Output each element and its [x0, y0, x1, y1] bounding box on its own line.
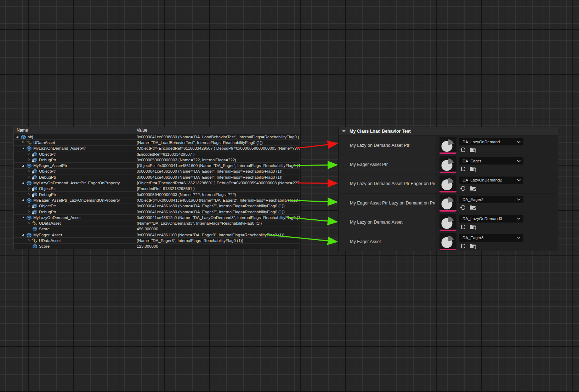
table-row[interactable]: MyEager_Asset 0x0000041ce4861100 (Name="… [14, 232, 300, 238]
use-selected-asset-icon[interactable] [460, 204, 466, 211]
watch-value[interactable]: {EncodedRef=6116033429507 } [134, 151, 300, 157]
expander-closed-icon[interactable] [22, 140, 25, 144]
watch-value[interactable]: 0x0000041ce4861600 (Name="DA_Eager", Int… [134, 169, 300, 174]
category-header[interactable]: My Class Load Behavior Test [339, 127, 558, 136]
table-row[interactable]: ObjectPtr 0x0000041ce4861600 (Name="DA_E… [14, 169, 300, 174]
expander-closed-icon[interactable] [27, 152, 31, 156]
use-selected-asset-icon[interactable] [460, 243, 466, 249]
table-row[interactable]: MyEager_AssetPtr_LazyOnDemandOnProperty … [14, 197, 300, 203]
watch-value[interactable]: {EncodedRef=6133213298691 } [134, 186, 300, 191]
expander-open-icon[interactable] [16, 135, 20, 139]
use-selected-asset-icon[interactable] [460, 224, 466, 230]
expander-open-icon[interactable] [22, 233, 25, 237]
use-selected-asset-icon[interactable] [460, 166, 466, 172]
watch-value[interactable]: {ObjectPtr={EncodedRef=6133213298691 } D… [134, 180, 300, 185]
watch-value[interactable]: {ObjectPtr=0x0000041ce4861a80 (Name="DA_… [134, 197, 300, 203]
expander-closed-icon[interactable] [27, 169, 31, 173]
asset-dropdown[interactable]: DA_Eager3 [459, 234, 523, 242]
field-icon [26, 198, 32, 203]
watch-value[interactable]: 0x0000041ce48612c0 (Name="DA_LazyOnDeman… [134, 215, 300, 220]
use-selected-asset-icon[interactable] [460, 185, 466, 191]
asset-thumbnail[interactable] [439, 233, 456, 250]
table-row[interactable]: DebugPtr 0x0000059000000003 (Name=???, I… [14, 157, 300, 163]
browse-to-asset-icon[interactable] [470, 185, 476, 191]
watch-value[interactable]: 456.000000 [134, 226, 300, 232]
browse-to-asset-icon[interactable] [470, 166, 476, 172]
field-icon [21, 134, 26, 140]
watch-value[interactable]: (Name="DA_LoadBehaviorTest", InternalFla… [134, 140, 300, 145]
watch-value[interactable]: 0x0000059400000003 (Name=???, InternalFl… [134, 192, 300, 197]
expander-closed-icon[interactable] [27, 221, 31, 225]
asset-thumbnail[interactable] [439, 214, 456, 231]
use-selected-asset-icon[interactable] [460, 147, 466, 153]
asset-thumbnail[interactable] [439, 137, 456, 154]
details-panel: My Class Load Behavior Test My Lazy on D… [338, 127, 558, 251]
table-row[interactable]: Score 123.000000 [14, 244, 300, 249]
property-label: My Eager Asset Ptr Lazy on Demand on Pro… [339, 194, 435, 212]
browse-to-asset-icon[interactable] [470, 204, 476, 211]
arrow-red-lazy-eager-on-property [297, 183, 336, 183]
expander-open-icon[interactable] [22, 181, 25, 185]
expander-closed-icon[interactable] [27, 175, 31, 179]
asset-dropdown[interactable]: DA_LazyOnDemand [459, 138, 523, 145]
expander-closed-icon[interactable] [27, 158, 31, 162]
expander-closed-icon[interactable] [27, 192, 31, 196]
table-row[interactable]: DebugPtr 0x0000041ce4861a80 (Name="DA_Ea… [14, 209, 300, 215]
watch-value[interactable]: 0x0000059000000003 (Name=???, InternalFl… [134, 157, 300, 162]
table-row[interactable]: UDataAsset (Name="DA_LazyOnDemand3", Int… [14, 220, 300, 226]
table-row[interactable]: UDataAsset (Name="DA_LoadBehaviorTest", … [14, 140, 300, 145]
watch-name: MyLazyOnDemand_AssetPtr_EagerOnProperty [33, 181, 120, 185]
table-row[interactable]: ObjectPtr 0x0000041ce4861a80 (Name="DA_E… [14, 203, 300, 209]
watch-value[interactable]: (Name="DA_Eager3", InternalFlags=Reachab… [134, 238, 300, 243]
table-row[interactable]: MyEager_AssetPtr {ObjectPtr=0x0000041ce4… [14, 163, 300, 168]
asset-thumbnail[interactable] [439, 195, 456, 212]
browse-to-asset-icon[interactable] [470, 243, 476, 249]
editor-viewport: { "watch": { "columns": { "name": "Name"… [0, 0, 579, 392]
table-row[interactable]: UDataAsset (Name="DA_Eager3", InternalFl… [14, 238, 300, 243]
watch-value[interactable]: 0x0000041ce4861100 (Name="DA_Eager3", In… [134, 232, 300, 237]
table-row[interactable]: ObjectPtr {EncodedRef=6116033429507 } [14, 151, 300, 157]
table-row[interactable]: MyLazyOnDemand_AssetPtr_EagerOnProperty … [14, 180, 300, 186]
lock-icon [32, 194, 35, 197]
expander-open-icon[interactable] [22, 164, 25, 168]
watch-value[interactable]: 0x0000041ce6998680 (Name="DA_LoadBehavio… [134, 134, 300, 139]
expander-open-icon[interactable] [22, 215, 25, 219]
watch-name: UDataAsset [33, 140, 55, 145]
watch-value[interactable]: 0x0000041ce4861a80 (Name="DA_Eager2", In… [134, 203, 300, 209]
expander-closed-icon[interactable] [27, 187, 31, 191]
asset-thumbnail[interactable] [439, 175, 456, 192]
table-row[interactable]: obj 0x0000041ce6998680 (Name="DA_LoadBeh… [14, 134, 300, 140]
column-header-value[interactable]: Value [134, 127, 300, 134]
expander-closed-icon[interactable] [27, 210, 31, 214]
table-row[interactable]: DebugPtr 0x0000059400000003 (Name=???, I… [14, 192, 300, 197]
asset-dropdown[interactable]: DA_LazyOnDemand2 [459, 177, 523, 184]
watch-value[interactable]: 123.000000 [134, 244, 300, 249]
watch-value[interactable]: 0x0000041ce4861a80 (Name="DA_Eager2", In… [134, 209, 300, 214]
class-icon [32, 221, 38, 226]
expander-open-icon[interactable] [22, 146, 25, 150]
property-label: My Lazy on Demand Asset Ptr Eager on Pro… [339, 174, 435, 193]
table-row[interactable]: ObjectPtr {EncodedRef=6133213298691 } [14, 186, 300, 192]
column-header-name[interactable]: Name [14, 127, 134, 134]
table-row[interactable]: MyLazyOnDemand_AssetPtr {ObjectPtr={Enco… [14, 146, 300, 151]
watch-value[interactable]: (Name="DA_LazyOnDemand3", InternalFlags=… [134, 220, 300, 226]
watch-value[interactable]: {ObjectPtr={EncodedRef=6116033429507 } D… [134, 146, 300, 151]
property-row: My Eager Asset Ptr DA_Eager [339, 155, 558, 174]
pie-chart-icon [440, 234, 456, 249]
asset-dropdown[interactable]: DA_Eager2 [459, 196, 523, 203]
browse-to-asset-icon[interactable] [470, 224, 476, 230]
watch-value[interactable]: 0x0000041ce4861600 (Name="DA_Eager", Int… [134, 174, 300, 180]
collapse-triangle-icon[interactable] [342, 130, 346, 132]
browse-to-asset-icon[interactable] [470, 147, 476, 153]
expander-closed-icon[interactable] [27, 204, 31, 208]
table-row[interactable]: MyLazyOnDemand_Asset 0x0000041ce48612c0 … [14, 215, 300, 220]
field-icon [32, 244, 38, 249]
expander-closed-icon[interactable] [27, 238, 31, 242]
expander-open-icon[interactable] [22, 198, 25, 202]
table-row[interactable]: DebugPtr 0x0000041ce4861600 (Name="DA_Ea… [14, 174, 300, 180]
table-row[interactable]: Score 456.000000 [14, 226, 300, 232]
asset-thumbnail[interactable] [439, 156, 456, 173]
watch-value[interactable]: {ObjectPtr=0x0000041ce4861600 (Name="DA_… [134, 163, 300, 168]
asset-dropdown[interactable]: DA_LazyOnDemand3 [459, 215, 523, 223]
asset-dropdown[interactable]: DA_Eager [459, 157, 523, 165]
